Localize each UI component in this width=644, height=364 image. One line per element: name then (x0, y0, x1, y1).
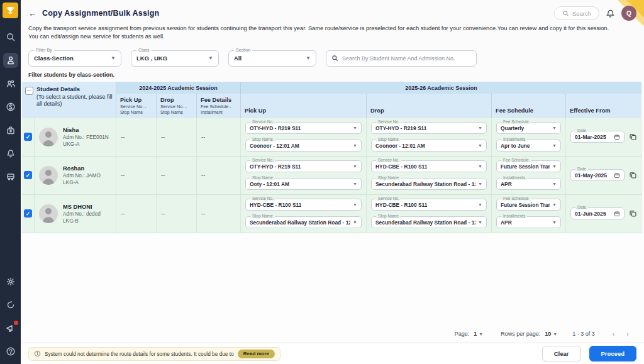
copy-icon[interactable] (629, 171, 637, 179)
chevron-down-icon: ▼ (550, 126, 557, 130)
chevron-down-icon: ▼ (475, 164, 482, 168)
pickup-service-select[interactable]: Service No. OTY-HYD - R219 S11 ▼ (245, 160, 362, 172)
drop-stop-select[interactable]: Stop Name Secunderabad Railway Station R… (371, 178, 487, 190)
fee-schedule-value: Future Session Transport (501, 163, 550, 170)
rows-per-page-select[interactable]: 10▼ (545, 331, 557, 337)
filter-by-value: Class-Section (34, 55, 74, 62)
settings-icon[interactable] (3, 274, 18, 289)
chevron-down-icon: ▼ (550, 143, 557, 148)
chevron-down-icon: ▼ (203, 55, 213, 61)
table-body: Nisha Adm No.: FEE001N UKG-A -- -- -- Se… (22, 118, 642, 233)
pickup-stop-value: Coonoor - 12:01 AM (250, 143, 299, 149)
copy-icon[interactable] (629, 209, 637, 218)
notification-dot (14, 321, 18, 325)
effective-date-value: 01-May-2025 (575, 172, 607, 179)
global-search-button[interactable]: Search (554, 6, 599, 20)
intro-text: Copy the transport service assignment fr… (21, 22, 644, 41)
rows-per-page-label: Rows per page: (501, 331, 540, 337)
search-icon[interactable] (3, 30, 18, 45)
table-row: MS DHONI Adm No.: deded LKG-B -- -- -- S… (22, 195, 642, 233)
col-prev-fee: Fee Details Fee Schedule - Installment (197, 94, 241, 118)
pickup-stop-select[interactable]: Stop Name Secunderabad Railway Station R… (245, 216, 362, 228)
installments-select[interactable]: Installments Apr to June ▼ (496, 140, 561, 152)
student-class-section: LKG-A (63, 179, 101, 186)
topbar: ← Copy Assignment/Bulk Assign Search Q (21, 0, 644, 22)
row-checkbox[interactable] (24, 133, 32, 141)
drop-service-select[interactable]: Service No. OTY-HYD - R219 S11 ▼ (371, 122, 487, 134)
calendar-icon[interactable] (614, 172, 620, 179)
page-select[interactable]: 1▼ (474, 331, 483, 337)
back-button[interactable]: ← (28, 8, 37, 18)
calendar-icon[interactable] (614, 211, 620, 217)
fee-schedule-cell: Fee Schedule Quarterly ▼ Installments Ap… (492, 118, 566, 156)
chevron-down-icon: ▼ (475, 182, 482, 186)
installments-select[interactable]: Installments APR ▼ (496, 216, 561, 228)
pickup-stop-select[interactable]: Stop Name Coonoor - 12:01 AM ▼ (245, 140, 362, 152)
fee-schedule-select[interactable]: Fee Schedule Future Session Transport ▼ (496, 160, 561, 172)
help-icon[interactable] (3, 344, 18, 359)
student-details-header: Student Details (To select a student, pl… (22, 82, 116, 118)
row-checkbox[interactable] (24, 209, 32, 218)
section-select[interactable]: Section All ▼ (228, 50, 316, 67)
chevron-down-icon: ▼ (350, 220, 357, 224)
select-all-checkbox[interactable] (25, 87, 33, 95)
table-row: Nisha Adm No.: FEE001N UKG-A -- -- -- Se… (22, 118, 642, 157)
students-icon[interactable] (3, 53, 18, 68)
chevron-down-icon: ▼ (350, 143, 357, 148)
drop-cell: Service No. HYD-CBE - R100 S11 ▼ Stop Na… (367, 195, 492, 233)
fee-schedule-select[interactable]: Fee Schedule Quarterly ▼ (496, 122, 561, 134)
page-label: Page: (455, 331, 470, 337)
proceed-button[interactable]: Proceed (589, 346, 637, 361)
fees-icon[interactable] (3, 99, 18, 114)
notifications-bell-icon[interactable] (606, 9, 615, 18)
bell-nav-icon[interactable] (3, 146, 18, 161)
effective-date-field[interactable]: Date 01-Mar-2025 (570, 131, 625, 143)
col-new-fee-schedule: Fee Schedule (492, 94, 566, 118)
fee-schedule-select[interactable]: Fee Schedule Future Session Transport ▼ (496, 199, 561, 211)
drop-stop-select[interactable]: Stop Name Coonoor - 12:01 AM ▼ (371, 140, 487, 152)
prev-drop-value: -- (157, 157, 197, 194)
student-search-input[interactable] (342, 55, 471, 62)
effective-date-field[interactable]: Date 01-May-2025 (570, 169, 625, 181)
intro-line-2: You can edit/assign new service for stud… (28, 33, 636, 41)
prev-fee-value: -- (197, 118, 241, 156)
pickup-service-select[interactable]: Service No. OTY-HYD - R219 S11 ▼ (245, 122, 362, 134)
read-more-button[interactable]: Read more (238, 350, 275, 358)
warning-text: System could not determine the route det… (45, 351, 234, 357)
row-checkbox[interactable] (24, 171, 32, 179)
pickup-stop-select[interactable]: Stop Name Ooty - 12:01 AM ▼ (245, 178, 362, 190)
effective-from-cell: Date 01-Jun-2025 (566, 195, 641, 233)
sync-icon[interactable] (3, 297, 18, 312)
page-title: Copy Assignment/Bulk Assign (42, 9, 159, 18)
user-avatar[interactable]: Q (621, 6, 636, 21)
app-logo-icon[interactable] (3, 3, 18, 18)
class-select[interactable]: Class LKG , UKG ▼ (131, 50, 219, 67)
filter-by-label: Filter By (34, 48, 54, 52)
filter-by-select[interactable]: Filter By Class-Section ▼ (28, 50, 121, 67)
student-search-box[interactable] (326, 50, 477, 67)
admissions-icon[interactable] (3, 123, 18, 138)
prev-page-icon[interactable]: ‹ (609, 330, 619, 338)
pickup-service-value: HYD-CBE - R100 S11 (250, 202, 301, 208)
transport-icon[interactable] (3, 169, 18, 184)
staff-icon[interactable] (3, 76, 18, 91)
calendar-icon[interactable] (614, 134, 620, 140)
drop-service-select[interactable]: Service No. HYD-CBE - R100 S11 ▼ (371, 199, 487, 211)
effective-date-field[interactable]: Date 01-Jun-2025 (570, 207, 625, 219)
copy-icon[interactable] (629, 133, 637, 141)
next-page-icon[interactable]: › (623, 330, 633, 338)
pickup-service-select[interactable]: Service No. HYD-CBE - R100 S11 ▼ (245, 199, 362, 211)
footer-bar: System could not determine the route det… (21, 343, 644, 364)
clear-button[interactable]: Clear (542, 346, 581, 361)
announcement-icon[interactable] (3, 321, 18, 336)
student-avatar (39, 204, 58, 223)
installments-select[interactable]: Installments APR ▼ (496, 178, 561, 190)
student-adm-no: Adm No.: deded (63, 211, 101, 218)
drop-cell: Service No. HYD-CBE - R100 S11 ▼ Stop Na… (367, 157, 492, 194)
chevron-down-icon: ▼ (106, 55, 116, 61)
drop-stop-select[interactable]: Stop Name Secunderabad Railway Station R… (371, 216, 487, 228)
fee-schedule-cell: Fee Schedule Future Session Transport ▼ … (492, 195, 566, 233)
installments-value: APR (501, 181, 512, 187)
student-details-title: Student Details (36, 85, 80, 92)
drop-service-select[interactable]: Service No. HYD-CBE - R100 S11 ▼ (371, 160, 487, 172)
